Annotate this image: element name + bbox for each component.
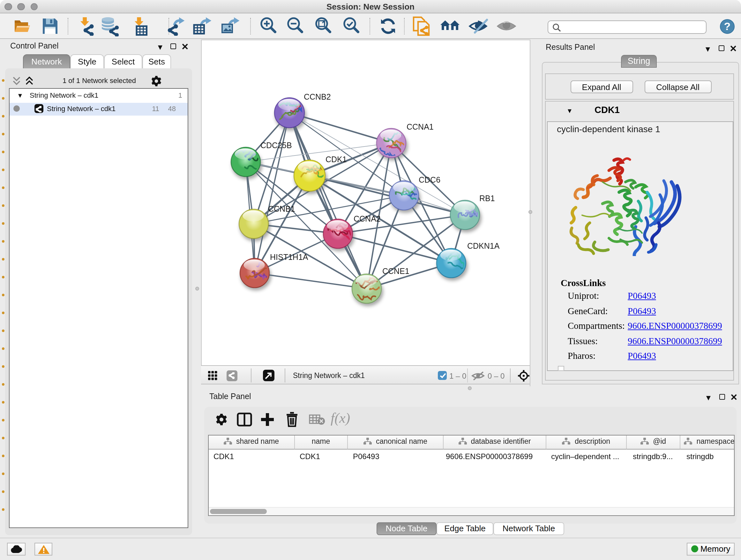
svg-text:CCNA1: CCNA1: [407, 122, 434, 131]
svg-text:CCNA2: CCNA2: [354, 214, 381, 223]
svg-text:CDKN1A: CDKN1A: [467, 241, 500, 250]
svg-text:HIST1H1A: HIST1H1A: [270, 253, 308, 261]
svg-text:CDC25B: CDC25B: [260, 141, 292, 150]
svg-text:CCNB2: CCNB2: [304, 92, 331, 101]
svg-text:CCNB1: CCNB1: [268, 204, 295, 213]
svg-text:CDC6: CDC6: [419, 175, 441, 184]
svg-text:RB1: RB1: [479, 194, 495, 203]
svg-text:CDK1: CDK1: [326, 155, 347, 164]
svg-text:CCNE1: CCNE1: [382, 266, 409, 275]
